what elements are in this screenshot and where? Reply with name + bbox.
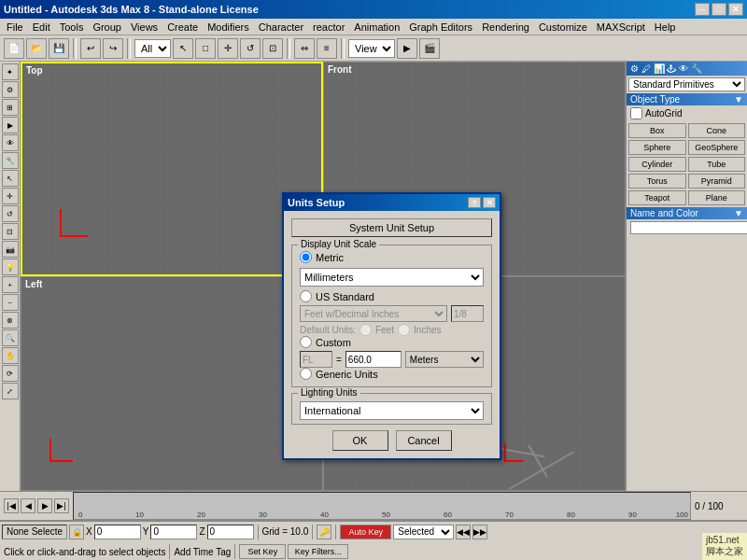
camera-tool[interactable]: 📷 [2,241,19,258]
lighting-dropdown[interactable]: International American [300,401,484,420]
set-key-button[interactable]: Set Key [239,544,286,559]
key-filters-button[interactable]: Key Filters... [288,544,348,559]
autokey-button[interactable]: Auto Key [340,525,391,539]
tube-button[interactable]: Tube [688,157,746,172]
move-tool[interactable]: ✛ [2,188,19,204]
menu-item-group[interactable]: Group [88,21,126,34]
next-frame-button[interactable]: ▶▶ [472,525,487,539]
create-tool[interactable]: ✦ [2,63,19,80]
menu-item-views[interactable]: Views [126,21,162,34]
selected-dropdown[interactable]: Selected [393,525,454,539]
arc-rotate-tool[interactable]: ⟳ [2,365,19,382]
light-tool[interactable]: 💡 [2,259,19,275]
ok-button[interactable]: OK [332,430,388,451]
pan-tool[interactable]: ✋ [2,347,19,364]
save-button[interactable]: 💾 [49,38,69,59]
render-button[interactable]: ▶ [397,38,417,59]
generic-units-radio[interactable] [300,368,312,380]
cancel-button[interactable]: Cancel [396,430,452,451]
teapot-button[interactable]: Teapot [628,190,686,205]
move-button[interactable]: ✛ [218,38,238,59]
geosphere-button[interactable]: GeoSphere [688,140,746,155]
mirror-button[interactable]: ⇔ [294,38,315,59]
x-input[interactable] [94,525,141,539]
name-color-collapse-icon[interactable]: ▼ [734,208,743,218]
plane-button[interactable]: Plane [688,190,746,205]
sphere-button[interactable]: Sphere [628,140,686,155]
scale-button[interactable]: ⊡ [262,38,283,59]
system-unit-setup-button[interactable]: System Unit Setup [291,218,492,237]
custom-radio[interactable] [300,336,312,348]
metric-dropdown[interactable]: Millimeters Centimeters Meters Kilometer… [300,268,484,287]
close-button[interactable]: ✕ [728,3,743,16]
us-standard-radio[interactable] [300,290,312,302]
dialog-close-button[interactable]: ✕ [483,197,496,208]
bind-tool[interactable]: ⊗ [2,312,19,329]
menu-item-help[interactable]: Help [650,21,681,34]
autogrid-checkbox[interactable] [630,107,642,119]
y-input[interactable] [150,525,197,539]
menu-item-animation[interactable]: Animation [349,21,404,34]
cylinder-button[interactable]: Cylinder [628,157,686,172]
timeline-prev-button[interactable]: ◀ [21,498,35,513]
right-panel: ⚙ 🖊 📊 🕹 👁 🔧 Standard Primitives Object T… [626,62,747,491]
pyramid-button[interactable]: Pyramid [688,174,746,189]
timeline-next-button[interactable]: ▶| [54,498,69,513]
timeline-ruler[interactable]: 0 10 20 30 40 50 60 70 80 90 100 [73,492,691,520]
cone-button[interactable]: Cone [688,123,746,138]
menu-item-modifiers[interactable]: Modifiers [203,21,254,34]
open-button[interactable]: 📂 [26,38,47,59]
minimize-button[interactable]: ─ [695,3,710,16]
scale-tool[interactable]: ⊡ [2,223,19,240]
display-tool[interactable]: 👁 [2,134,19,151]
menu-item-file[interactable]: File [2,21,28,34]
menu-item-create[interactable]: Create [162,21,203,34]
custom-number-input[interactable] [345,351,402,368]
menu-item-character[interactable]: Character [254,21,308,34]
all-dropdown[interactable]: All [134,39,171,58]
modify-tool[interactable]: ⚙ [2,81,19,98]
maximize-button[interactable]: □ [712,3,726,16]
menu-item-rendering[interactable]: Rendering [477,21,534,34]
new-button[interactable]: 📄 [4,38,24,59]
zoom-tool[interactable]: 🔍 [2,329,19,346]
box-button[interactable]: Box [628,123,686,138]
menu-item-maxscript[interactable]: MAXScript [592,21,650,34]
collapse-icon[interactable]: ▼ [734,94,743,105]
undo-button[interactable]: ↩ [80,38,101,59]
motion-tool[interactable]: ▶ [2,117,19,133]
hierarchy-tool[interactable]: ⊞ [2,99,19,116]
menu-item-reactor[interactable]: reactor [308,21,349,34]
view-dropdown[interactable]: View [348,39,395,58]
primitives-dropdown[interactable]: Standard Primitives [628,77,745,91]
z-input[interactable] [207,525,254,539]
dialog-help-button[interactable]: ? [468,197,481,208]
us-fraction-input [451,305,484,322]
name-input[interactable] [630,221,747,234]
select-button[interactable]: ↖ [173,38,193,59]
rotate-button[interactable]: ↺ [240,38,261,59]
space-warp-tool[interactable]: ~ [2,294,19,311]
custom-unit-dropdown[interactable]: Meters [405,351,484,368]
utilities-tool[interactable]: 🔧 [2,152,19,169]
redo-button[interactable]: ↪ [103,38,123,59]
rotate-tool[interactable]: ↺ [2,205,19,222]
custom-value-input[interactable] [300,351,332,368]
lock-button[interactable]: 🔒 [69,525,84,539]
maximize-viewport-tool[interactable]: ⤢ [2,383,19,399]
timeline-back-button[interactable]: |◀ [4,498,19,513]
menu-item-edit[interactable]: Edit [28,21,55,34]
select-region-button[interactable]: □ [195,38,216,59]
helper-tool[interactable]: + [2,276,19,293]
metric-radio[interactable] [300,251,312,263]
prev-frame-button[interactable]: ◀◀ [456,525,471,539]
align-button[interactable]: ≡ [317,38,337,59]
menu-item-customize[interactable]: Customize [534,21,592,34]
select-tool[interactable]: ↖ [2,170,19,187]
timeline-play-button[interactable]: ▶ [37,498,52,513]
torus-button[interactable]: Torus [628,174,686,189]
menu-item-graph editors[interactable]: Graph Editors [404,21,477,34]
menu-item-tools[interactable]: Tools [55,21,89,34]
tick-50: 50 [382,511,390,519]
render-scene-button[interactable]: 🎬 [419,38,440,59]
